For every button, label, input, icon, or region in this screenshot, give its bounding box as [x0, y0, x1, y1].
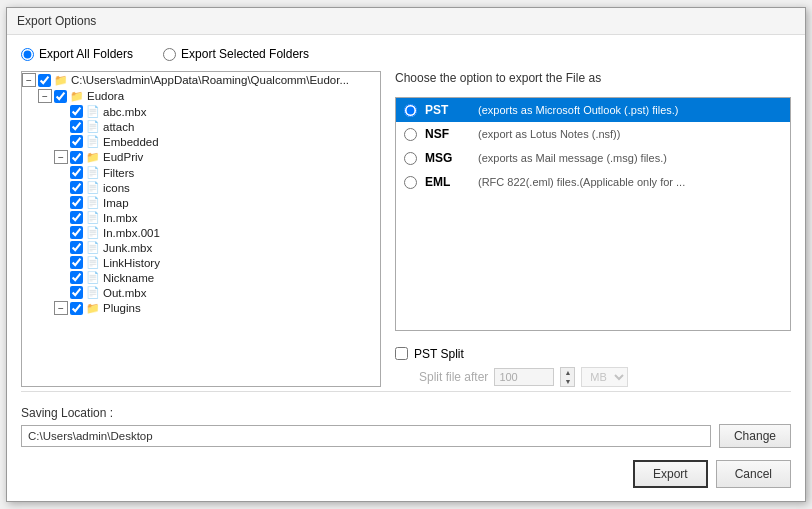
tree-checkbox[interactable]: [70, 181, 83, 194]
tree-checkbox[interactable]: [70, 120, 83, 133]
export-selected-label: Export Selected Folders: [181, 47, 309, 61]
tree-checkbox[interactable]: [70, 241, 83, 254]
tree-item-label: attach: [103, 121, 134, 133]
format-name: EML: [425, 175, 470, 189]
tree-folder-icon: 📄: [86, 105, 100, 118]
tree-expand-icon[interactable]: −: [22, 73, 36, 87]
split-value-input[interactable]: [494, 368, 554, 386]
tree-checkbox[interactable]: [70, 271, 83, 284]
tree-item[interactable]: 📄Embedded: [22, 134, 380, 149]
tree-checkbox[interactable]: [70, 302, 83, 315]
tree-checkbox[interactable]: [70, 256, 83, 269]
tree-folder-icon: 📄: [86, 286, 100, 299]
tree-expand-icon[interactable]: −: [54, 150, 68, 164]
tree-folder-icon: 📄: [86, 226, 100, 239]
export-selected-radio[interactable]: [163, 48, 176, 61]
tree-checkbox[interactable]: [70, 166, 83, 179]
tree-expand-icon[interactable]: −: [38, 89, 52, 103]
format-radio[interactable]: [404, 152, 417, 165]
tree-folder-icon: 📁: [86, 302, 100, 315]
format-list[interactable]: PST (exports as Microsoft Outlook (.pst)…: [395, 97, 791, 331]
tree-checkbox[interactable]: [70, 151, 83, 164]
format-item[interactable]: MSG (exports as Mail message (.msg) file…: [396, 146, 790, 170]
tree-checkbox[interactable]: [70, 211, 83, 224]
tree-checkbox[interactable]: [70, 135, 83, 148]
split-file-row: Split file after ▲ ▼ MB GB: [395, 367, 791, 387]
tree-item[interactable]: 📄icons: [22, 180, 380, 195]
tree-folder-icon: 📄: [86, 196, 100, 209]
tree-item[interactable]: 📄attach: [22, 119, 380, 134]
tree-folder-icon: 📄: [86, 241, 100, 254]
tree-item[interactable]: 📄Out.mbx: [22, 285, 380, 300]
format-desc: (exports as Mail message (.msg) files.): [478, 152, 667, 164]
tree-folder-icon: 📄: [86, 271, 100, 284]
tree-item[interactable]: 📄abc.mbx: [22, 104, 380, 119]
export-all-folders-option[interactable]: Export All Folders: [21, 47, 133, 61]
tree-checkbox[interactable]: [70, 196, 83, 209]
export-all-label: Export All Folders: [39, 47, 133, 61]
tree-item-label: abc.mbx: [103, 106, 146, 118]
tree-folder-icon: 📁: [70, 90, 84, 103]
tree-item-label: Nickname: [103, 272, 154, 284]
saving-input-row: Change: [21, 424, 791, 448]
tree-folder-icon: 📁: [86, 151, 100, 164]
format-radio[interactable]: [404, 128, 417, 141]
tree-folder-icon: 📄: [86, 166, 100, 179]
right-panel: Choose the option to export the File as …: [395, 71, 791, 387]
tree-checkbox[interactable]: [54, 90, 67, 103]
format-name: MSG: [425, 151, 470, 165]
format-item[interactable]: NSF (export as Lotus Notes (.nsf)): [396, 122, 790, 146]
saving-location-label: Saving Location :: [21, 406, 791, 420]
export-all-radio[interactable]: [21, 48, 34, 61]
tree-checkbox[interactable]: [70, 226, 83, 239]
tree-item-label: EudPriv: [103, 151, 143, 163]
spin-down-button[interactable]: ▼: [561, 377, 574, 386]
tree-item[interactable]: −📁C:\Users\admin\AppData\Roaming\Qualcom…: [22, 72, 380, 88]
saving-path-input[interactable]: [21, 425, 711, 447]
tree-item[interactable]: 📄Filters: [22, 165, 380, 180]
format-item[interactable]: EML (RFC 822(.eml) files.(Applicable onl…: [396, 170, 790, 194]
export-selected-folders-option[interactable]: Export Selected Folders: [163, 47, 309, 61]
tree-item[interactable]: 📄In.mbx.001: [22, 225, 380, 240]
format-desc: (exports as Microsoft Outlook (.pst) fil…: [478, 104, 679, 116]
export-button[interactable]: Export: [633, 460, 708, 488]
pst-split-label[interactable]: PST Split: [395, 347, 464, 361]
tree-item-label: icons: [103, 182, 130, 194]
divider: [21, 391, 791, 392]
tree-folder-icon: 📄: [86, 135, 100, 148]
tree-item-label: Plugins: [103, 302, 141, 314]
format-desc: (RFC 822(.eml) files.(Applicable only fo…: [478, 176, 685, 188]
split-unit-select[interactable]: MB GB: [581, 367, 628, 387]
tree-item[interactable]: 📄Junk.mbx: [22, 240, 380, 255]
tree-item[interactable]: 📄LinkHistory: [22, 255, 380, 270]
tree-checkbox[interactable]: [70, 105, 83, 118]
format-radio[interactable]: [404, 104, 417, 117]
tree-item[interactable]: 📄Imap: [22, 195, 380, 210]
pst-split-checkbox[interactable]: [395, 347, 408, 360]
tree-folder-icon: 📄: [86, 120, 100, 133]
tree-item[interactable]: 📄Nickname: [22, 270, 380, 285]
split-spinner: ▲ ▼: [560, 367, 575, 387]
export-options-dialog: Export Options Export All Folders Export…: [6, 7, 806, 502]
tree-item[interactable]: −📁EudPriv: [22, 149, 380, 165]
cancel-button[interactable]: Cancel: [716, 460, 791, 488]
tree-item[interactable]: −📁Eudora: [22, 88, 380, 104]
tree-checkbox[interactable]: [70, 286, 83, 299]
format-item[interactable]: PST (exports as Microsoft Outlook (.pst)…: [396, 98, 790, 122]
export-options-row: Export All Folders Export Selected Folde…: [21, 47, 791, 61]
tree-expand-icon[interactable]: −: [54, 301, 68, 315]
spin-up-button[interactable]: ▲: [561, 368, 574, 377]
dialog-body: Export All Folders Export Selected Folde…: [7, 35, 805, 500]
tree-item-label: In.mbx: [103, 212, 138, 224]
tree-item[interactable]: 📄In.mbx: [22, 210, 380, 225]
change-button[interactable]: Change: [719, 424, 791, 448]
format-desc: (export as Lotus Notes (.nsf)): [478, 128, 620, 140]
folder-tree-panel[interactable]: −📁C:\Users\admin\AppData\Roaming\Qualcom…: [21, 71, 381, 387]
tree-item-label: Out.mbx: [103, 287, 146, 299]
format-radio[interactable]: [404, 176, 417, 189]
tree-item-label: Imap: [103, 197, 129, 209]
tree-item-label: Filters: [103, 167, 134, 179]
tree-item[interactable]: −📁Plugins: [22, 300, 380, 316]
tree-folder-icon: 📁: [54, 74, 68, 87]
tree-checkbox[interactable]: [38, 74, 51, 87]
